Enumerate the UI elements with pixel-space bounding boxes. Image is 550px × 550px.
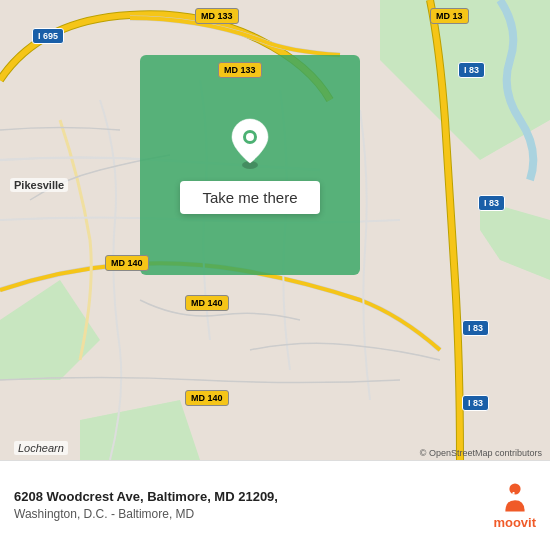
destination-overlay: Take me there xyxy=(140,55,360,275)
svg-text:M: M xyxy=(507,490,514,500)
map-pin-icon xyxy=(228,117,272,169)
address-block: 6208 Woodcrest Ave, Baltimore, MD 21209,… xyxy=(14,488,483,523)
bottom-bar: 6208 Woodcrest Ave, Baltimore, MD 21209,… xyxy=(0,460,550,550)
address-line2: Washington, D.C. - Baltimore, MD xyxy=(14,506,483,523)
take-me-there-button[interactable]: Take me there xyxy=(180,181,319,214)
moovit-icon: M xyxy=(499,481,531,513)
address-line1: 6208 Woodcrest Ave, Baltimore, MD 21209, xyxy=(14,488,483,506)
moovit-text: moovit xyxy=(493,515,536,530)
lochearn-label: Lochearn xyxy=(14,441,68,455)
moovit-logo: M moovit xyxy=(493,481,536,530)
map-attribution: © OpenStreetMap contributors xyxy=(420,448,542,458)
svg-point-7 xyxy=(246,133,254,141)
map-container: Take me there I 695 MD 133 MD 133 I 83 I… xyxy=(0,0,550,460)
